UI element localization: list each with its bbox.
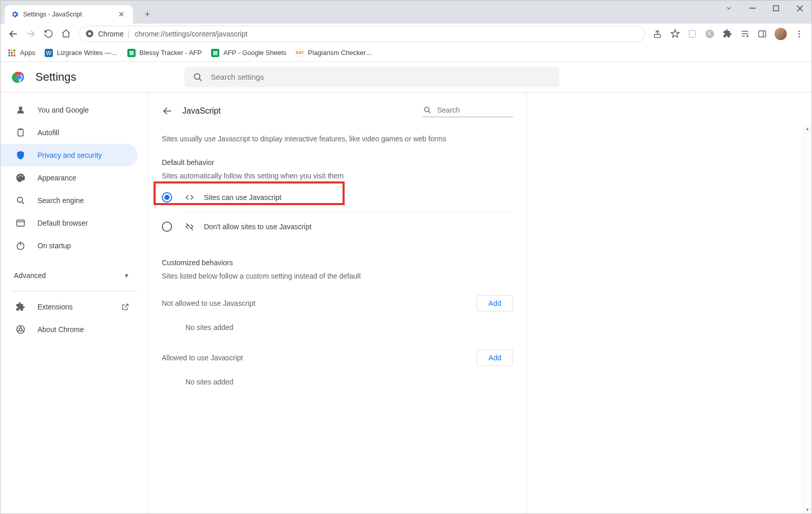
code-icon [184, 192, 196, 203]
grammarly-icon[interactable]: K [702, 25, 718, 43]
svg-point-26 [13, 52, 15, 54]
svg-point-34 [194, 74, 200, 79]
customized-behaviors-heading: Customized behaviors [162, 259, 513, 267]
window-minimize-button[interactable] [741, 1, 764, 16]
power-icon [15, 240, 26, 251]
sidebar-item-appearance[interactable]: Appearance [1, 167, 138, 189]
svg-point-41 [22, 176, 23, 177]
svg-rect-37 [18, 129, 23, 136]
svg-point-42 [17, 197, 23, 203]
search-icon [15, 195, 26, 206]
svg-point-40 [20, 175, 21, 176]
sidebar-item-about-chrome[interactable]: About Chrome [1, 318, 138, 341]
omnibox-scheme: Chrome [98, 30, 124, 38]
svg-line-55 [428, 111, 430, 113]
svg-point-22 [11, 49, 13, 51]
profile-avatar[interactable] [775, 28, 787, 40]
sidebar-item-extensions[interactable]: Extensions [1, 296, 138, 318]
radio-allow-label: Sites can use Javascript [204, 193, 281, 201]
not-allowed-label: Not allowed to use Javascript [162, 299, 255, 307]
reader-icon[interactable] [684, 25, 701, 43]
svg-point-20 [799, 35, 800, 37]
bookmark-plagiarism[interactable]: SSTPlagiarism Checker… [296, 49, 373, 57]
svg-point-54 [424, 107, 429, 112]
tab-close-icon[interactable]: ✕ [116, 10, 127, 19]
svg-point-25 [11, 52, 13, 54]
palette-icon [15, 172, 26, 183]
search-icon [193, 72, 203, 82]
new-tab-button[interactable]: + [140, 7, 155, 22]
add-not-allowed-button[interactable]: Add [477, 295, 513, 311]
svg-rect-44 [17, 220, 25, 226]
svg-point-19 [799, 33, 800, 34]
forward-button[interactable] [22, 25, 40, 43]
settings-search[interactable] [184, 67, 559, 87]
intro-text: Sites usually use Javascript to display … [162, 135, 513, 143]
allowed-label: Allowed to use Javascript [162, 354, 243, 362]
address-bar[interactable]: Chrome | chrome://settings/content/javas… [79, 26, 645, 42]
omnibox-url: chrome://settings/content/javascript [135, 30, 247, 38]
chrome-outline-icon [15, 324, 26, 335]
settings-search-input[interactable] [210, 72, 551, 82]
sidebar-advanced-toggle[interactable]: Advanced▼ [1, 265, 148, 286]
not-allowed-section: Not allowed to use Javascript Add [162, 289, 513, 317]
back-arrow-button[interactable] [162, 105, 173, 117]
bookmark-blessy-tracker[interactable]: ▦Blessy Tracker - AFP [127, 49, 202, 57]
sidebar-item-you-and-google[interactable]: You and Google [1, 99, 138, 121]
svg-point-24 [8, 52, 10, 54]
sidebar-item-search-engine[interactable]: Search engine [1, 189, 138, 212]
in-page-search[interactable] [423, 105, 513, 117]
add-allowed-button[interactable]: Add [477, 350, 513, 366]
caret-down-icon[interactable] [717, 1, 741, 16]
radio-dont-allow-javascript[interactable]: Don't allow sites to use Javascript [162, 212, 513, 241]
svg-point-36 [19, 106, 23, 110]
browser-tab[interactable]: Settings - JavaScript ✕ [5, 5, 133, 24]
bookmark-apps[interactable]: Apps [8, 49, 35, 57]
reload-button[interactable] [40, 25, 57, 43]
browser-menu-icon[interactable] [791, 25, 807, 43]
settings-main: JavaScript Sites usually use Javascript … [148, 93, 811, 513]
side-panel-icon[interactable] [754, 25, 770, 43]
share-icon[interactable] [649, 25, 666, 43]
window-close-button[interactable] [788, 1, 811, 16]
bookmark-afp-sheets[interactable]: ▦AFP - Google Sheets [211, 49, 287, 57]
bookmarks-bar: Apps WLizgrace Writes —… ▦Blessy Tracker… [1, 44, 811, 62]
extensions-puzzle-icon[interactable] [719, 25, 735, 43]
apps-grid-icon [8, 49, 16, 57]
svg-rect-16 [759, 31, 766, 37]
browser-tabstrip: Settings - JavaScript ✕ + [1, 1, 811, 24]
allowed-section: Allowed to use Javascript Add [162, 344, 513, 372]
sidebar-item-autofill[interactable]: Autofill [1, 121, 138, 144]
svg-line-51 [17, 331, 20, 332]
browser-toolbar: Chrome | chrome://settings/content/javas… [1, 24, 811, 44]
svg-point-28 [11, 54, 13, 57]
scrollbar[interactable] [803, 125, 811, 513]
radio-sites-can-use-javascript[interactable]: Sites can use Javascript [162, 183, 513, 212]
sidebar-item-privacy[interactable]: Privacy and security [1, 144, 138, 167]
site-info-icon[interactable] [85, 29, 94, 38]
search-icon [423, 105, 432, 115]
svg-point-39 [18, 176, 19, 177]
sidebar-item-on-startup[interactable]: On startup [1, 234, 138, 257]
radio-button-selected[interactable] [162, 192, 172, 203]
radio-block-label: Don't allow sites to use Javascript [204, 223, 312, 231]
sidebar-item-default-browser[interactable]: Default browser [1, 212, 138, 234]
bookmark-star-icon[interactable] [667, 25, 683, 43]
bookmark-lizgrace[interactable]: WLizgrace Writes —… [45, 49, 118, 57]
home-button[interactable] [57, 25, 74, 43]
back-button[interactable] [5, 25, 22, 43]
svg-point-27 [8, 54, 10, 57]
window-maximize-button[interactable] [764, 1, 788, 16]
code-off-icon [184, 222, 196, 232]
svg-point-29 [13, 54, 15, 57]
settings-sidebar: You and Google Autofill Privacy and secu… [1, 93, 148, 513]
svg-point-33 [17, 75, 21, 79]
customized-behaviors-sub: Sites listed below follow a custom setti… [162, 272, 513, 280]
in-page-search-input[interactable] [436, 105, 503, 115]
media-control-icon[interactable] [737, 25, 753, 43]
tab-title: Settings - JavaScript [23, 11, 82, 18]
allowed-empty: No sites added [185, 372, 513, 398]
radio-button-unselected[interactable] [162, 222, 172, 232]
sheets-icon: ▦ [127, 49, 136, 57]
svg-rect-0 [749, 8, 756, 9]
